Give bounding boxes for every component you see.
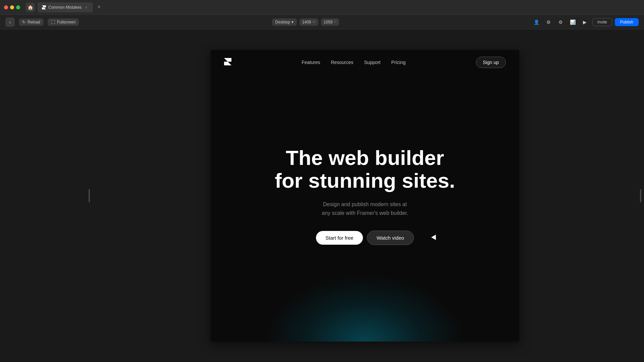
- framer-icon: [42, 5, 46, 10]
- start-for-free-button[interactable]: Start for free: [316, 231, 363, 245]
- width-input[interactable]: 1408 W: [300, 18, 318, 26]
- titlebar: 🏠 Common Mistakes × +: [0, 0, 644, 15]
- hero-subtitle: Design and publish modern sites at any s…: [322, 200, 408, 217]
- publish-button[interactable]: Publish: [615, 18, 639, 26]
- hero-buttons: Start for free Watch video: [316, 231, 414, 245]
- home-button[interactable]: 🏠: [25, 3, 35, 12]
- nav-pricing[interactable]: Pricing: [391, 60, 406, 65]
- nav-resources[interactable]: Resources: [331, 60, 354, 65]
- maximize-button[interactable]: [16, 5, 20, 9]
- invite-button[interactable]: Invite: [592, 18, 612, 26]
- settings-icon-btn[interactable]: ⚙: [544, 17, 553, 27]
- fullscreen-button[interactable]: ⛶ Fullscreen: [48, 18, 79, 26]
- hero-title-line2: for stunning sites.: [275, 169, 455, 192]
- toolbar-center: Desktop ▾ 1408 W 1059 H: [83, 18, 528, 26]
- chevron-down-icon: ▾: [291, 20, 293, 24]
- watch-video-button[interactable]: Watch video: [367, 231, 414, 245]
- toolbar-right: 👤 ⚙ ⚙ 📊 ▶ Invite Publish: [532, 17, 639, 27]
- viewport-label: Desktop: [275, 20, 290, 24]
- main-area: Features Resources Support Pricing Sign …: [0, 29, 644, 362]
- back-button[interactable]: ‹: [5, 17, 15, 27]
- play-icon-btn[interactable]: ▶: [580, 17, 590, 27]
- user-icon-btn[interactable]: 👤: [532, 17, 541, 27]
- hero-subtitle-line1: Design and publish modern sites at: [323, 201, 407, 207]
- left-panel: [0, 29, 90, 362]
- nav-support[interactable]: Support: [364, 60, 380, 65]
- height-value: 1059: [324, 20, 333, 24]
- nav-features[interactable]: Features: [302, 60, 320, 65]
- tab-close-button[interactable]: ×: [84, 5, 89, 10]
- site-signup-button[interactable]: Sign up: [476, 57, 506, 68]
- hero-title-line1: The web builder: [286, 146, 444, 169]
- tab-label: Common Mistakes: [48, 5, 82, 10]
- reload-icon: ↻: [22, 20, 25, 24]
- hero-title: The web builder for stunning sites.: [275, 146, 455, 192]
- fullscreen-label: Fullscreen: [57, 20, 75, 24]
- traffic-lights: [4, 5, 20, 9]
- tab-bar: Common Mistakes × +: [38, 2, 640, 12]
- website-preview: Features Resources Support Pricing Sign …: [211, 50, 519, 342]
- width-suffix: W: [312, 20, 315, 24]
- canvas-area: Features Resources Support Pricing Sign …: [90, 29, 640, 362]
- reload-label: Reload: [28, 20, 40, 24]
- toolbar: ‹ ↻ Reload ⛶ Fullscreen Desktop ▾ 1408 W…: [0, 15, 644, 29]
- hero-subtitle-line2: any scale with Framer's web builder.: [322, 210, 408, 216]
- height-input[interactable]: 1059 H: [321, 18, 339, 26]
- viewport-selector[interactable]: Desktop ▾: [272, 18, 297, 26]
- right-resize-handle[interactable]: [640, 189, 641, 202]
- new-tab-button[interactable]: +: [94, 3, 104, 12]
- reload-button[interactable]: ↻ Reload: [19, 18, 44, 26]
- width-value: 1408: [302, 20, 311, 24]
- hero-section: The web builder for stunning sites. Desi…: [211, 50, 519, 342]
- gear-icon-btn[interactable]: ⚙: [556, 17, 566, 27]
- height-suffix: H: [334, 20, 336, 24]
- close-button[interactable]: [4, 5, 8, 9]
- active-tab[interactable]: Common Mistakes ×: [38, 2, 93, 12]
- site-logo: [224, 58, 231, 67]
- chart-icon-btn[interactable]: 📊: [568, 17, 578, 27]
- minimize-button[interactable]: [10, 5, 14, 9]
- site-nav-links: Features Resources Support Pricing: [302, 60, 406, 65]
- right-panel: [640, 29, 644, 362]
- site-navbar: Features Resources Support Pricing Sign …: [211, 50, 519, 75]
- fullscreen-icon: ⛶: [51, 20, 55, 24]
